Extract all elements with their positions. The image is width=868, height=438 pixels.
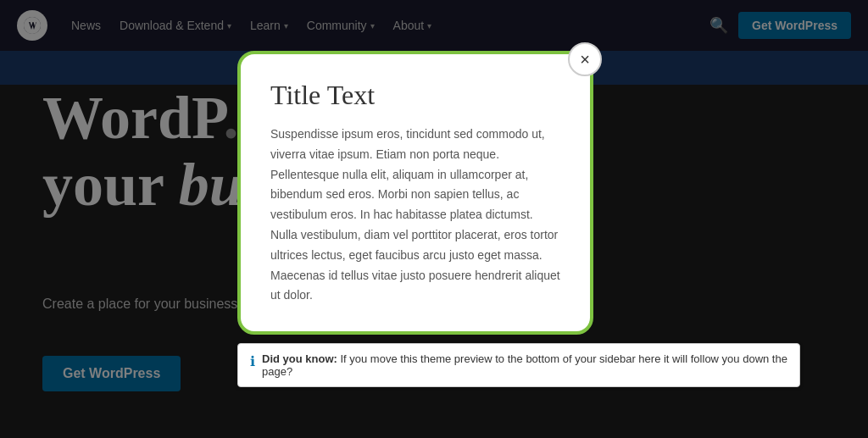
close-icon: × [580, 50, 590, 69]
did-you-know-tooltip: ℹ Did you know: If you move this theme p… [237, 343, 800, 387]
modal-close-button[interactable]: × [568, 42, 602, 76]
tooltip-bold: Did you know: [262, 352, 337, 365]
modal-title: Title Text [270, 80, 560, 111]
tooltip-text: Did you know: If you move this theme pre… [262, 352, 787, 378]
modal-container: × Title Text Suspendisse ipsum eros, tin… [237, 51, 593, 335]
modal-body: Suspendisse ipsum eros, tincidunt sed co… [270, 125, 560, 306]
modal-box: × Title Text Suspendisse ipsum eros, tin… [237, 51, 593, 335]
info-icon: ℹ [250, 353, 255, 369]
